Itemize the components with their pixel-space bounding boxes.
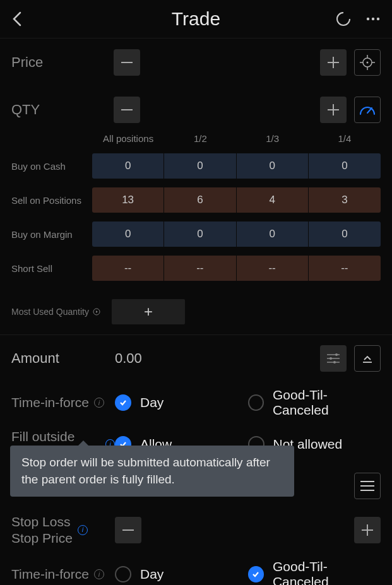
tif2-option-day[interactable]: Day	[115, 559, 248, 585]
tif2-option-gtc[interactable]: Good-Til-Canceled	[248, 559, 381, 585]
attached-order-menu-button[interactable]	[354, 473, 381, 499]
most-used-qty-row: Most Used Quantity +	[0, 292, 392, 334]
tif-option-gtc[interactable]: Good-Til-Canceled	[248, 387, 381, 418]
qty-row-short-sell: Short Sell -- -- -- --	[11, 251, 381, 285]
qty-cell[interactable]: 6	[164, 187, 236, 213]
qty-cell[interactable]: 13	[92, 187, 164, 213]
info-icon[interactable]: i	[94, 398, 104, 408]
svg-point-19	[335, 353, 338, 356]
info-icon[interactable]: i	[78, 525, 88, 535]
amount-row: Amount 0.00	[0, 335, 392, 382]
price-plus-button[interactable]	[320, 49, 347, 76]
qty-table: All positions 1/2 1/3 1/4 Buy on Cash 0 …	[0, 133, 392, 292]
qty-cell[interactable]: --	[309, 256, 381, 281]
info-icon[interactable]: i	[94, 569, 104, 579]
svg-point-7	[367, 61, 369, 63]
svg-rect-27	[362, 529, 373, 531]
qty-cell[interactable]: 0	[309, 153, 381, 179]
amount-label: Amount	[11, 350, 115, 367]
back-button[interactable]	[11, 10, 24, 28]
qty-cell[interactable]: --	[237, 256, 309, 281]
qty-row-buy-margin: Buy on Margin 0 0 0 0	[11, 217, 381, 251]
svg-rect-5	[328, 62, 339, 63]
qty-cell[interactable]: 0	[237, 153, 309, 179]
qty-col-header: 1/3	[237, 133, 309, 144]
qty-cell[interactable]: --	[92, 256, 164, 281]
stoploss-minus-button[interactable]	[115, 517, 141, 543]
svg-point-1	[372, 18, 374, 20]
more-icon[interactable]	[365, 16, 381, 21]
amount-sliders-button[interactable]	[320, 345, 347, 372]
svg-point-21	[330, 357, 332, 360]
svg-rect-25	[122, 529, 134, 531]
price-row: Price	[0, 38, 392, 86]
play-icon	[93, 308, 100, 316]
svg-point-2	[377, 18, 379, 20]
tif-row: Time-in-force i Day Good-Til-Canceled	[0, 382, 392, 423]
svg-rect-3	[121, 62, 133, 63]
stoploss-row: Stop Loss Stop Price i	[0, 507, 392, 553]
qty-cell[interactable]: 0	[164, 222, 236, 247]
stoploss-label-1: Stop Loss	[11, 514, 73, 530]
qty-col-header: 1/4	[309, 133, 381, 144]
stoploss-label-2: Stop Price	[11, 530, 73, 547]
qty-row: QTY	[0, 86, 392, 133]
qty-minus-button[interactable]	[114, 97, 140, 123]
svg-rect-12	[121, 109, 133, 110]
tooltip: Stop order will be submitted automatical…	[10, 446, 294, 497]
tif2-row: Time-in-force i Day Good-Til-Canceled	[0, 553, 392, 585]
refresh-icon[interactable]	[335, 11, 352, 27]
tif-option-day[interactable]: Day	[115, 387, 248, 418]
qty-col-header: All positions	[92, 133, 164, 144]
qty-cell[interactable]: 0	[92, 153, 164, 179]
most-used-qty-label: Most Used Quantity	[11, 307, 89, 317]
qty-row-sell-positions: Sell on Positions 13 6 4 3	[11, 183, 381, 217]
qty-cell[interactable]: 0	[92, 222, 164, 247]
price-label: Price	[11, 54, 106, 71]
qty-speed-button[interactable]	[354, 97, 381, 123]
qty-plus-button[interactable]	[320, 97, 347, 123]
qty-col-header: 1/2	[164, 133, 236, 144]
qty-cell[interactable]: --	[164, 256, 236, 281]
svg-marker-17	[96, 310, 98, 313]
qty-cell[interactable]: 0	[309, 222, 381, 247]
svg-line-15	[367, 108, 372, 113]
svg-point-0	[367, 18, 369, 20]
qty-cell[interactable]: 0	[237, 222, 309, 247]
qty-label: QTY	[11, 102, 106, 118]
price-target-button[interactable]	[354, 49, 381, 76]
tif2-label: Time-in-force	[11, 567, 89, 582]
svg-rect-14	[328, 109, 339, 110]
qty-cell[interactable]: 0	[164, 153, 236, 179]
page-title: Trade	[172, 8, 220, 30]
amount-value: 0.00	[115, 350, 320, 367]
tif-label: Time-in-force	[11, 395, 89, 410]
qty-row-buy-cash: Buy on Cash 0 0 0 0	[11, 149, 381, 183]
add-most-used-qty-button[interactable]: +	[112, 299, 185, 324]
stoploss-plus-button[interactable]	[354, 517, 381, 543]
qty-cell[interactable]: 3	[309, 187, 381, 213]
price-minus-button[interactable]	[114, 49, 140, 76]
svg-point-23	[333, 361, 336, 363]
amount-collapse-button[interactable]	[354, 345, 381, 372]
qty-cell[interactable]: 4	[237, 187, 309, 213]
